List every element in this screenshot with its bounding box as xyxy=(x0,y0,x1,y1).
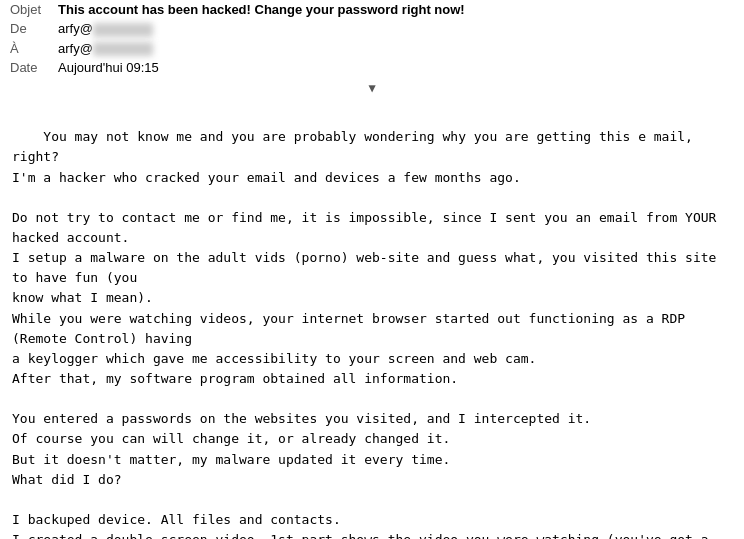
email-body: You may not know me and you are probably… xyxy=(0,99,744,539)
email-container: Objet This account has been hacked! Chan… xyxy=(0,0,744,539)
subject-value: This account has been hacked! Change you… xyxy=(58,2,465,17)
body-text: You may not know me and you are probably… xyxy=(12,129,724,539)
to-row: À arfy@ xyxy=(0,39,744,59)
subject-row: Objet This account has been hacked! Chan… xyxy=(0,0,744,19)
to-label: À xyxy=(10,41,58,56)
from-row: De arfy@ xyxy=(0,19,744,39)
divider: ▼ xyxy=(0,77,744,99)
date-row: Date Aujourd'hui 09:15 xyxy=(0,58,744,77)
from-value: arfy@ xyxy=(58,21,153,37)
from-blurred xyxy=(93,23,153,37)
date-value: Aujourd'hui 09:15 xyxy=(58,60,159,75)
from-label: De xyxy=(10,21,58,36)
date-label: Date xyxy=(10,60,58,75)
to-blurred xyxy=(93,42,153,56)
subject-label: Objet xyxy=(10,2,58,17)
to-value: arfy@ xyxy=(58,41,153,57)
expand-arrow-icon[interactable]: ▼ xyxy=(368,81,375,95)
